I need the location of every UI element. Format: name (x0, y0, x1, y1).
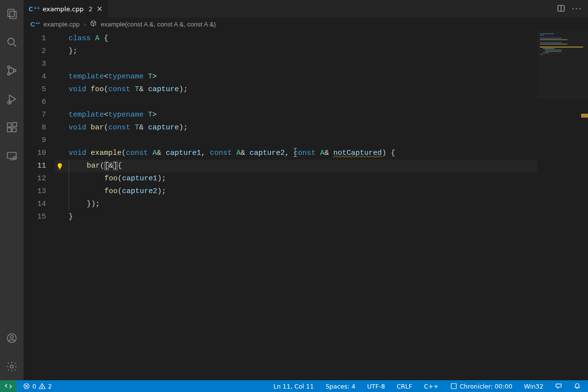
code-line[interactable]: void foo(const T& capture); (55, 83, 588, 96)
line-number[interactable]: 8 (24, 122, 46, 134)
tab-dirty-indicator: 2 (89, 5, 93, 13)
line-number[interactable]: 15 (24, 211, 46, 223)
minimap-viewport[interactable] (537, 30, 588, 99)
status-eol[interactable]: CRLF (394, 380, 415, 392)
svg-rect-12 (13, 122, 17, 126)
activity-bar (0, 0, 24, 380)
svg-rect-11 (12, 128, 16, 132)
text-cursor-icon (295, 148, 295, 157)
tab-filename: example.cpp (43, 5, 84, 13)
cpp-file-icon: C++ (30, 21, 40, 28)
code-line[interactable]: void example(const A& capture1, const A&… (55, 147, 588, 160)
code-line[interactable] (55, 58, 588, 71)
code-line[interactable]: template<typename T> (55, 109, 588, 122)
error-count: 0 (32, 383, 36, 390)
remote-explorer-icon[interactable] (0, 145, 24, 167)
line-number[interactable]: 1 (24, 32, 46, 45)
editor-area: C++ example.cpp 2 × ··· C++ example.cpp … (24, 0, 588, 380)
svg-point-2 (8, 38, 14, 45)
svg-point-25 (42, 388, 42, 388)
more-actions-icon[interactable]: ··· (572, 4, 582, 14)
chevron-right-icon: › (83, 21, 85, 28)
svg-point-5 (8, 73, 10, 75)
line-number[interactable]: 2 (24, 45, 46, 58)
code-line[interactable] (55, 134, 588, 147)
breadcrumb-symbol[interactable]: example(const A &, const A &, const A &) (101, 21, 216, 28)
warning-count: 2 (48, 383, 52, 390)
svg-line-3 (14, 44, 16, 47)
split-editor-icon[interactable] (557, 4, 565, 14)
svg-point-4 (8, 66, 10, 69)
line-number[interactable]: 4 (24, 71, 46, 83)
tab-example-cpp[interactable]: C++ example.cpp 2 × (24, 0, 108, 18)
status-problems[interactable]: 0 2 (21, 380, 54, 392)
status-encoding[interactable]: UTF-8 (365, 380, 387, 392)
status-chronicler[interactable]: Chronicler: 00:00 (448, 380, 515, 392)
line-number[interactable]: 3 (24, 58, 46, 71)
settings-gear-icon[interactable] (0, 356, 24, 377)
line-number[interactable]: 12 (24, 172, 46, 185)
svg-point-18 (10, 365, 13, 368)
line-number[interactable]: 9 (24, 134, 46, 147)
line-number[interactable]: 13 (24, 185, 46, 198)
svg-rect-0 (8, 9, 14, 17)
line-number[interactable]: 7 (24, 109, 46, 122)
svg-rect-26 (451, 384, 457, 389)
svg-point-17 (10, 336, 13, 339)
line-number[interactable]: 10 (24, 147, 46, 160)
svg-marker-7 (9, 95, 16, 103)
lightbulb-icon[interactable] (55, 160, 65, 172)
breadcrumb-file[interactable]: example.cpp (44, 21, 80, 28)
extensions-icon[interactable] (0, 117, 24, 138)
feedback-icon[interactable] (553, 380, 564, 392)
line-number[interactable]: 11 (24, 160, 46, 172)
code-line[interactable]: template<typename T> (55, 71, 588, 83)
status-target[interactable]: Win32 (522, 380, 546, 392)
status-language[interactable]: C++ (421, 380, 441, 392)
code-editor[interactable]: class A {};template<typename T>void foo(… (55, 30, 588, 223)
line-number[interactable]: 6 (24, 96, 46, 109)
gutter[interactable]: 123456789101112131415 (24, 30, 55, 380)
svg-rect-9 (7, 123, 11, 127)
code-line[interactable]: }; (55, 45, 588, 58)
svg-rect-13 (7, 152, 16, 158)
remote-indicator[interactable] (0, 380, 17, 392)
status-bar: 0 2 Ln 11, Col 11 Spaces: 4 UTF-8 CRLF C… (0, 380, 588, 392)
code-line[interactable]: foo(capture2); (55, 185, 588, 198)
svg-point-6 (14, 70, 16, 72)
code-line[interactable]: class A { (55, 32, 588, 45)
search-icon[interactable] (0, 31, 24, 53)
warning-marker[interactable] (581, 114, 588, 118)
status-cursor-position[interactable]: Ln 11, Col 11 (271, 380, 316, 392)
code-line[interactable]: void bar(const T& capture); (55, 122, 588, 134)
run-debug-icon[interactable] (0, 88, 24, 110)
breadcrumbs[interactable]: C++ example.cpp › example(const A &, con… (24, 18, 588, 30)
accounts-icon[interactable] (0, 327, 24, 349)
cpp-file-icon: C++ (28, 5, 40, 13)
overview-ruler[interactable] (581, 30, 588, 380)
svg-rect-1 (10, 11, 16, 19)
svg-rect-10 (7, 128, 11, 132)
code-line[interactable]: } (55, 211, 588, 223)
code-line[interactable] (55, 96, 588, 109)
tabs-row: C++ example.cpp 2 × ··· (24, 0, 588, 18)
symbol-method-icon (90, 20, 97, 28)
line-number[interactable]: 14 (24, 198, 46, 211)
explorer-icon[interactable] (0, 3, 24, 24)
notifications-bell-icon[interactable] (571, 380, 583, 392)
close-icon[interactable]: × (97, 5, 103, 13)
source-control-icon[interactable] (0, 60, 24, 81)
code-line[interactable]: bar([&]{ (55, 160, 588, 172)
status-indentation[interactable]: Spaces: 4 (323, 380, 358, 392)
code-line[interactable]: foo(capture1); (55, 172, 588, 185)
code-line[interactable]: }); (55, 198, 588, 211)
minimap[interactable] (537, 30, 588, 380)
line-number[interactable]: 5 (24, 83, 46, 96)
